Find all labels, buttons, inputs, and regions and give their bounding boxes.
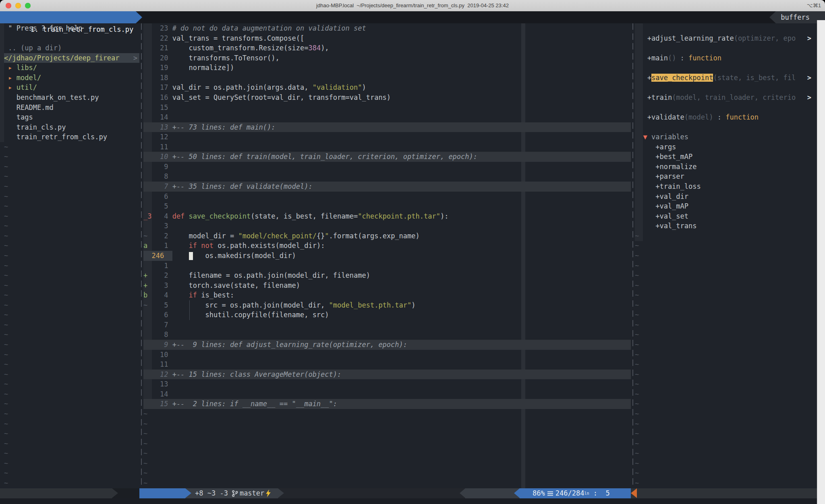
tag-var-val-trans[interactable]: +val_trans — [635, 221, 825, 231]
code-line[interactable]: 11 — [143, 359, 631, 370]
tag-var-args[interactable]: +args — [635, 142, 825, 152]
tag-validate[interactable]: +validate(model) : function — [635, 112, 825, 122]
truncation-marker-icon: > — [807, 33, 811, 43]
code-line[interactable]: 14 — [143, 112, 631, 122]
code-line[interactable]: 8 — [143, 330, 631, 340]
tree-file-readme[interactable]: README.md — [4, 103, 139, 113]
code-line[interactable]: 10 — [143, 350, 631, 360]
code-line[interactable]: 21 custom_transform.Resize(size=384), — [143, 43, 631, 53]
empty-line-marker: ~ — [4, 330, 139, 340]
scroll-percentage: 86% — [533, 488, 545, 498]
code-line[interactable]: +3 torch.save(state, filename) — [143, 281, 631, 291]
tree-dir-model[interactable]: ▸ model/ — [4, 73, 139, 83]
tag-var-parser[interactable]: +parser — [635, 171, 825, 182]
empty-line-marker: ~ — [4, 261, 139, 271]
empty-line-marker: ~ — [635, 300, 825, 310]
encoding-segment: utf-8[unix] — [465, 488, 520, 498]
tree-file-tags[interactable]: tags — [4, 112, 139, 122]
terminal-scrollbar[interactable] — [817, 20, 825, 504]
gutter-sign: + — [143, 271, 151, 281]
empty-line-marker: ~ — [4, 350, 139, 360]
code-fold-line[interactable]: 7+-- 35 lines: def validate(model): — [143, 182, 631, 192]
code-fold-line[interactable]: 10+-- 50 lines: def train(model, train_l… — [143, 152, 631, 162]
window-separator[interactable] — [632, 23, 633, 488]
code-line-current[interactable]: 246 os.makedirs(model_dir) — [143, 251, 631, 261]
tag-variables-header[interactable]: ▼ variables — [635, 132, 825, 142]
powerline-arrow-icon — [112, 488, 118, 498]
code-fold-line[interactable]: 13+-- 73 lines: def main(): — [143, 122, 631, 132]
empty-line-marker: ~ — [4, 152, 139, 162]
code-line[interactable]: 15 — [143, 103, 631, 113]
position-segment: 86% 246/284 ln : 5 — [520, 488, 631, 498]
code-line[interactable]: 22val_trans = transforms.Compose([ — [143, 33, 631, 43]
empty-line-marker: ~ — [143, 439, 631, 449]
tree-file-train-retr[interactable]: train_retr_from_cls.py — [4, 132, 139, 142]
code-line[interactable]: ~2 model_dir = "model/check_point/{}".fo… — [143, 231, 631, 241]
code-line[interactable]: 7 — [143, 320, 631, 330]
tag-main[interactable]: +main() : function — [635, 53, 825, 63]
code-line[interactable]: 23# do not do data augmentation on valid… — [143, 23, 631, 33]
code-line[interactable]: 14 — [143, 389, 631, 399]
tab-train-retr-from-cls[interactable]: 1. train_retr_from_cls.py — [0, 11, 136, 23]
code-line[interactable]: 12 — [143, 132, 631, 142]
tree-help[interactable]: " Press ? for help — [4, 23, 139, 33]
empty-line-marker: ~ — [4, 359, 139, 370]
code-line[interactable]: ~5 src = os.path.join(model_dir, "model_… — [143, 300, 631, 310]
cursor — [189, 252, 193, 260]
code-line[interactable]: 6 shutil.copyfile(filename, src) — [143, 310, 631, 320]
empty-line-marker: ~ — [635, 389, 825, 399]
tag-var-val-dir[interactable]: +val_dir — [635, 192, 825, 202]
empty-line-marker: ~ — [143, 429, 631, 439]
tag-var-best-map[interactable]: +best_mAP — [635, 152, 825, 162]
tag-var-train-loss[interactable]: +train_loss — [635, 182, 825, 192]
tag-var-val-set[interactable]: +val_set — [635, 211, 825, 221]
fold-open-icon: ▼ — [635, 133, 651, 141]
code-line[interactable]: 9 — [143, 162, 631, 172]
line-number: 22 — [151, 33, 168, 43]
line-number: 6 — [151, 310, 168, 320]
tree-dir-util[interactable]: ▸ util/ — [4, 83, 139, 93]
line-number: 13 — [151, 379, 168, 389]
code-line[interactable]: b4 if is_best: — [143, 290, 631, 300]
code-line[interactable]: a1 if not os.path.exists(model_dir): — [143, 241, 631, 251]
indent-guide-icon — [189, 300, 193, 310]
tree-dir-libs[interactable]: ▸ libs/ — [4, 63, 139, 73]
code-line[interactable]: 11 — [143, 142, 631, 152]
empty-line-marker: ~ — [4, 439, 139, 449]
tree-root[interactable]: </jdhao/Projects/deep_firear> — [4, 53, 139, 63]
empty-line-marker: ~ — [143, 419, 631, 429]
empty-line-marker: ~ — [635, 350, 825, 360]
tree-file-benchmark[interactable]: benchmark_on_test.py — [4, 93, 139, 103]
code-fold-line[interactable]: 12+-- 15 lines: class AverageMeter(objec… — [143, 370, 631, 380]
code-line[interactable]: 17val_dir = os.path.join(args.data, "val… — [143, 83, 631, 93]
tag-var-normalize[interactable]: +normalize — [635, 162, 825, 172]
window-title: jdhao-MBP.local ~/Projects/deep_firearm/… — [0, 0, 825, 11]
tag-save-checkpoint[interactable]: +save_checkpoint(state, is_best, fil> — [635, 73, 825, 83]
code-line[interactable]: _34def save_checkpoint(state, is_best, f… — [143, 211, 631, 221]
line-number: 2 — [151, 271, 168, 281]
code-line[interactable]: 16val_set = QuerySet(root=val_dir, trans… — [143, 93, 631, 103]
tree-file-train-cls[interactable]: train_cls.py — [4, 122, 139, 132]
code-line[interactable]: 19 normalize]) — [143, 63, 631, 73]
code-fold-line[interactable]: 15+-- 2 lines: if __name__ == "__main__"… — [143, 399, 631, 409]
line-number: 12 — [151, 132, 168, 142]
code-fold-line[interactable]: 9+-- 9 lines: def adjust_learning_rate(o… — [143, 340, 631, 350]
code-line[interactable]: 3 — [143, 221, 631, 231]
tag-train[interactable]: +train(model, train_loader, criterio> — [635, 93, 825, 103]
code-line[interactable]: 6 — [143, 192, 631, 202]
code-line[interactable]: +2 filename = os.path.join(model_dir, fi… — [143, 271, 631, 281]
tag-adjust-learning-rate[interactable]: +adjust_learning_rate(optimizer, epo> — [635, 33, 825, 43]
window-separator[interactable] — [141, 23, 142, 488]
code-line[interactable]: 1 — [143, 261, 631, 271]
code-line[interactable]: 5 — [143, 201, 631, 211]
command-line[interactable] — [0, 498, 825, 504]
code-line[interactable]: 8 — [143, 171, 631, 182]
tree-updir[interactable]: .. (up a dir) — [4, 43, 139, 53]
tagbar-window: +adjust_learning_rate(optimizer, epo> +m… — [635, 23, 825, 488]
tag-var-val-map[interactable]: +val_mAP — [635, 201, 825, 211]
code-line[interactable]: 18 — [143, 73, 631, 83]
code-line[interactable]: 13 — [143, 379, 631, 389]
empty-line-marker: ~ — [4, 211, 139, 221]
code-line[interactable]: 20 transforms.ToTensor(), — [143, 53, 631, 63]
nerdtree-window: " Press ? for help .. (up a dir)</jdhao/… — [0, 23, 139, 488]
